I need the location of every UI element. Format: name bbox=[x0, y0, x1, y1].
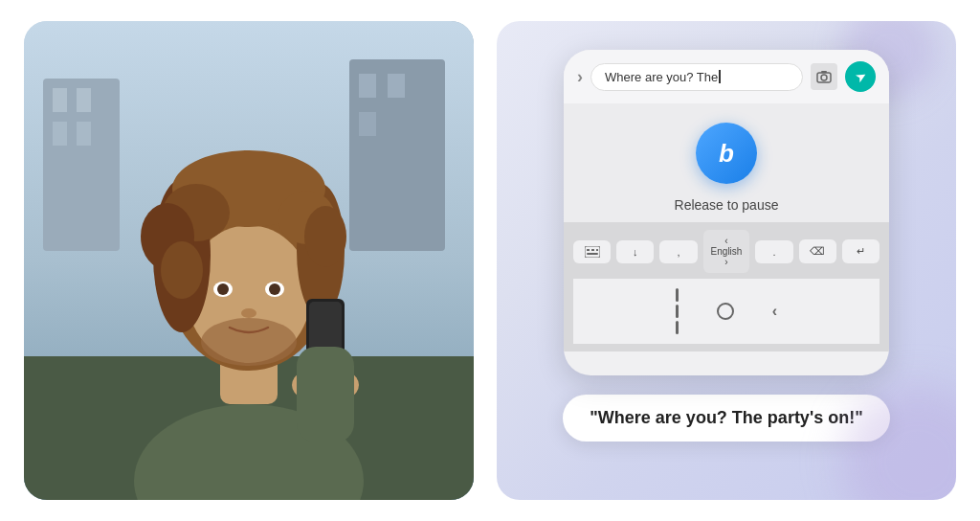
bixby-icon: b bbox=[719, 141, 734, 166]
svg-rect-9 bbox=[359, 112, 376, 136]
person-photo bbox=[24, 21, 474, 500]
svg-rect-7 bbox=[359, 74, 376, 98]
svg-point-20 bbox=[161, 241, 203, 299]
svg-rect-5 bbox=[77, 122, 91, 146]
bixby-voice-button[interactable]: b bbox=[696, 123, 757, 184]
svg-point-26 bbox=[269, 283, 280, 295]
main-container: › Where are you? The ➤ bbox=[11, 16, 969, 505]
svg-point-27 bbox=[241, 308, 256, 318]
svg-rect-37 bbox=[587, 249, 590, 251]
keyboard-key-enter[interactable]: ↵ bbox=[842, 239, 880, 263]
capture-icon[interactable] bbox=[811, 63, 837, 90]
speech-bubble-text: "Where are you? The party's on!" bbox=[590, 408, 862, 427]
voice-area: b Release to pause bbox=[564, 103, 889, 222]
phone-top-bar: › Where are you? The ➤ bbox=[564, 50, 889, 103]
nav-line-1 bbox=[676, 288, 679, 302]
svg-point-34 bbox=[821, 75, 827, 80]
keyboard: ↓ , ‹ English › . ⌫ ↵ ‹ bbox=[564, 222, 889, 351]
svg-rect-38 bbox=[591, 249, 594, 251]
left-panel bbox=[24, 21, 474, 500]
svg-rect-32 bbox=[297, 347, 354, 442]
phone-mockup: › Where are you? The ➤ bbox=[564, 50, 889, 375]
voice-status-label: Release to pause bbox=[675, 197, 779, 213]
input-text: Where are you? The bbox=[605, 70, 718, 84]
speech-bubble: "Where are you? The party's on!" bbox=[563, 395, 889, 442]
phone-bottom-nav: ‹ bbox=[573, 279, 880, 344]
send-arrow-icon: ➤ bbox=[853, 67, 870, 86]
svg-rect-36 bbox=[585, 246, 600, 258]
svg-rect-35 bbox=[821, 71, 827, 73]
text-cursor bbox=[719, 70, 721, 83]
svg-point-28 bbox=[201, 318, 297, 366]
svg-rect-2 bbox=[53, 88, 67, 112]
right-panel: › Where are you? The ➤ bbox=[497, 21, 956, 500]
message-input-field[interactable]: Where are you? The bbox=[590, 63, 803, 91]
svg-point-22 bbox=[304, 206, 346, 267]
svg-rect-39 bbox=[596, 249, 598, 251]
keyboard-key-language[interactable]: ‹ English › bbox=[703, 230, 750, 273]
home-nav-icon[interactable] bbox=[717, 303, 734, 320]
recents-nav-icon[interactable] bbox=[676, 288, 679, 334]
nav-line-3 bbox=[676, 321, 679, 334]
svg-rect-40 bbox=[587, 253, 598, 255]
svg-rect-3 bbox=[77, 88, 91, 112]
back-chevron-icon[interactable]: › bbox=[577, 68, 583, 85]
keyboard-key-keyboard[interactable] bbox=[573, 240, 611, 263]
back-nav-icon[interactable]: ‹ bbox=[772, 303, 777, 320]
nav-line-2 bbox=[676, 305, 679, 318]
keyboard-row-1: ↓ , ‹ English › . ⌫ ↵ bbox=[573, 230, 880, 273]
keyboard-key-comma[interactable]: , bbox=[659, 240, 697, 263]
svg-rect-8 bbox=[388, 74, 405, 98]
svg-rect-4 bbox=[53, 122, 67, 146]
keyboard-key-delete[interactable]: ⌫ bbox=[799, 239, 836, 263]
svg-point-24 bbox=[217, 283, 229, 295]
keyboard-key-download[interactable]: ↓ bbox=[616, 240, 654, 263]
keyboard-key-period[interactable]: . bbox=[755, 240, 792, 263]
send-button[interactable]: ➤ bbox=[845, 61, 876, 92]
